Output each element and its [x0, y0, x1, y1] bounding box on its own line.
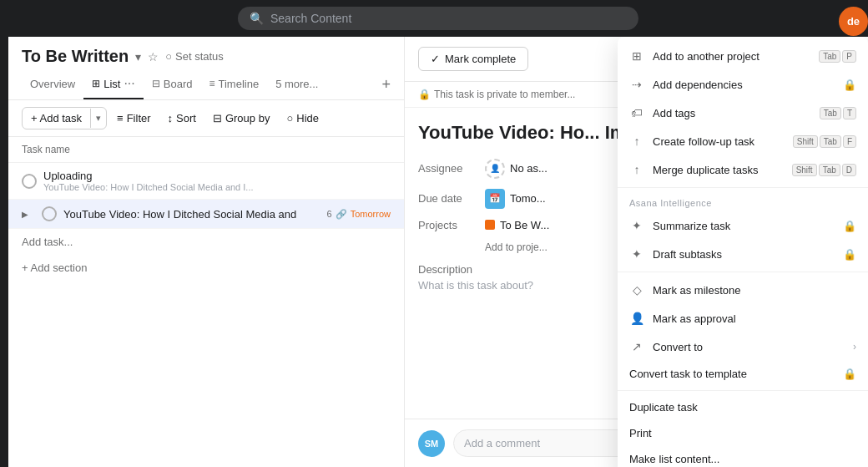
checkmark-icon: ✓ [431, 53, 440, 65]
menu-item-add-dependencies[interactable]: ⇢ Add dependencies 🔒 [618, 70, 868, 99]
menu-label-follow-up: Create follow-up task [653, 135, 785, 148]
shortcut-add-tags: Tab T [820, 107, 856, 119]
shortcut-add-to-project: Tab P [819, 50, 856, 63]
shortcut-merge: Shift Tab D [792, 164, 856, 176]
menu-label-milestone: Mark as milestone [653, 284, 856, 297]
menu-label-print: Print [629, 427, 856, 439]
add-to-project-link[interactable]: Add to proje... [485, 241, 548, 253]
shortcut-follow-up: Shift Tab F [793, 135, 856, 148]
tab-board[interactable]: ⊟ Board [144, 71, 201, 99]
menu-label-merge: Merge duplicate tasks [653, 164, 784, 176]
app-container: 🔍 Search Content de To Be Written ▾ ☆ ○ … [0, 0, 868, 467]
menu-item-convert-to[interactable]: ↗ Convert to › [618, 332, 868, 361]
menu-item-summarize[interactable]: ✦ Summarize task 🔒 [618, 211, 868, 240]
menu-item-follow-up[interactable]: ↑ Create follow-up task Shift Tab F [618, 127, 868, 155]
list-panel: To Be Written ▾ ☆ ○ Set status Overview … [8, 37, 405, 467]
grid-icon: ⊞ [629, 48, 644, 63]
menu-label-add-tags: Add tags [653, 107, 811, 119]
star-icon[interactable]: ☆ [148, 50, 159, 63]
menu-label-approval: Mark as approval [653, 312, 856, 325]
expand-icon[interactable]: ▶ [22, 210, 35, 219]
lock-icon-template: 🔒 [843, 368, 856, 380]
detail-panel: ✓ Mark complete ··· 🔒 This task is priva… [405, 37, 868, 467]
project-title: To Be Written [22, 47, 129, 66]
add-section-button[interactable]: + Add section [8, 255, 404, 281]
menu-label-add-to-project: Add to another project [653, 50, 810, 63]
task-list-header: Task name [8, 137, 404, 163]
menu-label-convert-to: Convert to [653, 341, 845, 353]
tab-overview[interactable]: Overview [22, 71, 83, 99]
assignee-avatar: 👤 [485, 159, 505, 179]
mark-complete-button[interactable]: ✓ Mark complete [418, 47, 528, 71]
filter-icon: ≡ [117, 112, 124, 124]
approval-icon: 👤 [629, 311, 644, 326]
sort-button[interactable]: ↕ Sort [161, 108, 203, 129]
due-date-label: Due date [418, 192, 485, 205]
list-tab-more-icon[interactable]: ··· [124, 76, 134, 91]
project-status[interactable]: ○ Set status [165, 50, 224, 63]
user-avatar: de [839, 7, 868, 36]
tab-more[interactable]: 5 more... [267, 71, 326, 99]
task-name-t1: Uploading YouTube Video: How I Ditched S… [43, 170, 391, 192]
menu-item-add-to-project[interactable]: ⊞ Add to another project Tab P [618, 42, 868, 70]
project-tag [485, 220, 495, 230]
assignee-value[interactable]: 👤 No as... [485, 159, 548, 179]
menu-item-duplicate[interactable]: Duplicate task [618, 394, 868, 420]
list-item[interactable]: ▶ YouTube Video: How I Ditched Social Me… [8, 200, 404, 229]
hide-button[interactable]: ○ Hide [280, 108, 326, 129]
menu-label-summarize: Summarize task [653, 220, 835, 232]
search-placeholder: Search Content [270, 12, 351, 25]
add-task-caret[interactable]: ▾ [90, 109, 106, 128]
search-bar: 🔍 Search Content de [8, 0, 868, 37]
milestone-icon: ◇ [629, 282, 644, 297]
menu-label-duplicate: Duplicate task [629, 401, 856, 414]
menu-item-approval[interactable]: 👤 Mark as approval [618, 304, 868, 332]
nav-tabs: Overview ⊞ List ··· ⊟ Board ≡ Timeline [8, 66, 404, 100]
menu-divider-2 [618, 272, 868, 272]
follow-up-icon: ↑ [629, 134, 644, 149]
sort-icon: ↕ [168, 112, 174, 124]
due-date-value[interactable]: 📅 Tomo... [485, 189, 546, 209]
menu-item-draft-subtasks[interactable]: ✦ Draft subtasks 🔒 [618, 240, 868, 268]
calendar-icon: 📅 [485, 189, 505, 209]
task-list: Task name Uploading YouTube Video: How I… [8, 137, 404, 467]
chevron-down-icon[interactable]: ▾ [135, 50, 141, 63]
toolbar: + Add task ▾ ≡ Filter ↕ Sort ⊟ Group by [8, 100, 404, 137]
merge-icon: ↑ [629, 162, 644, 177]
projects-label: Projects [418, 219, 485, 231]
add-task-inline[interactable]: Add task... [8, 229, 404, 255]
task-badge-t2: 6 🔗 Tomorrow [327, 209, 391, 220]
project-area: To Be Written ▾ ☆ ○ Set status Overview … [8, 37, 868, 467]
menu-item-convert-template[interactable]: Convert task to template 🔒 [618, 361, 868, 387]
menu-item-milestone[interactable]: ◇ Mark as milestone [618, 276, 868, 304]
menu-item-make-list[interactable]: Make list content... [618, 446, 868, 467]
menu-divider-1 [618, 187, 868, 188]
dropdown-menu: ⊞ Add to another project Tab P ⇢ Add dep… [618, 37, 868, 467]
add-task-button[interactable]: + Add task [23, 108, 90, 129]
add-tab-button[interactable]: + [381, 76, 391, 94]
task-check-t1[interactable] [22, 174, 37, 189]
summarize-icon: ✦ [629, 218, 644, 233]
assignee-label: Assignee [418, 162, 485, 175]
search-icon: 🔍 [250, 12, 264, 25]
task-check-t2[interactable] [42, 206, 57, 221]
chevron-right-icon: › [853, 341, 856, 353]
menu-item-add-tags[interactable]: 🏷 Add tags Tab T [618, 99, 868, 127]
menu-label-convert-template: Convert task to template [629, 368, 835, 380]
add-task-button-group: + Add task ▾ [22, 107, 107, 129]
menu-label-draft-subtasks: Draft subtasks [653, 248, 835, 261]
tab-timeline[interactable]: ≡ Timeline [200, 71, 267, 99]
sidebar [0, 0, 8, 467]
projects-value[interactable]: To Be W... [485, 219, 549, 231]
group-by-button[interactable]: ⊟ Group by [206, 108, 276, 129]
lock-icon-summarize: 🔒 [843, 220, 856, 232]
tag-icon: 🏷 [629, 105, 644, 120]
tab-list[interactable]: ⊞ List ··· [83, 69, 144, 99]
lock-icon: 🔒 [418, 89, 431, 100]
group-by-icon: ⊟ [213, 112, 222, 124]
menu-item-print[interactable]: Print [618, 420, 868, 446]
filter-button[interactable]: ≡ Filter [110, 108, 157, 129]
menu-item-merge[interactable]: ↑ Merge duplicate tasks Shift Tab D [618, 155, 868, 184]
search-input-wrapper[interactable]: 🔍 Search Content [238, 7, 638, 30]
list-item[interactable]: Uploading YouTube Video: How I Ditched S… [8, 163, 404, 200]
